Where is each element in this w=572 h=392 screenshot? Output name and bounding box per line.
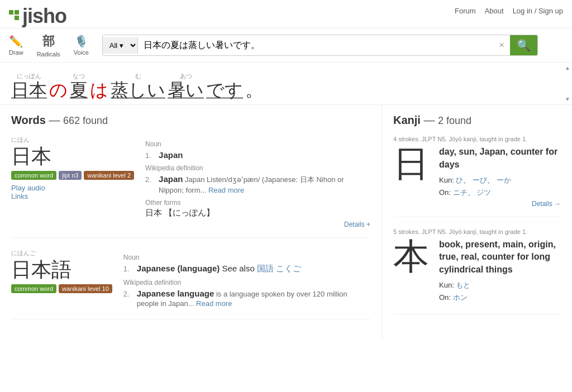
on-reading-link[interactable]: ホン [453,293,468,302]
play-audio-link[interactable]: Play audio [11,184,45,192]
kanji-entry: 5 strokes. JLPT N5. Jōyō kanji, taught i… [393,228,561,314]
links-link[interactable]: Links [11,192,134,200]
kanji-on-reading: On: ホン [439,293,561,303]
logo[interactable]: jisho [22,4,66,28]
sentence-token[interactable]: は [90,71,108,100]
word-tag-common[interactable]: common word [11,284,56,293]
word-furigana: にほんご [11,249,112,257]
draw-button[interactable]: ✏️ Draw [9,35,23,56]
kanji-kun-reading: Kun: もと [439,280,561,290]
def-text: Japan [159,150,183,160]
main-content: Words — 662 found にほん日本common wordjlpt n… [0,105,572,340]
radicals-button[interactable]: 部 Radicals [37,33,60,58]
kanji-on-reading: On: ニチ、 ジツ [439,188,561,198]
kanji-row: 日day, sun, Japan, counter for daysKun: ひ… [393,146,561,208]
token-kanji: 暑い [168,80,204,100]
voice-button[interactable]: 🎙️ Voice [74,35,89,56]
search-type-select[interactable]: All ▾ [103,37,138,54]
sentence-token[interactable]: む蒸しい [111,71,165,100]
sentence-display: にっぽん日本のなつ夏はむ蒸しいあつ暑いです。 [11,71,561,100]
kanji-list: 4 strokes. JLPT N5. Jōyō kanji, taught i… [393,136,561,314]
word-tag-wanikani[interactable]: wanikani level 2 [84,171,134,180]
kanji-title: Kanji [393,114,421,126]
def-number: 2. [145,175,154,184]
logo-area: jisho [9,4,66,28]
definition-item: 1.Japanese (language) See also 国語 こくご [123,264,370,274]
radicals-icon: 部 [42,33,55,50]
sentence-token[interactable]: あつ暑い [168,71,204,100]
word-action-links: Play audioLinks [11,183,134,200]
word-tag-jlpt[interactable]: jlpt n3 [59,171,82,180]
kanji-details-link[interactable]: Details → [439,200,561,208]
word-furigana: にほん [11,136,134,144]
word-details-link[interactable]: Details + [344,221,370,228]
voice-icon: 🎙️ [74,35,88,48]
nav-about[interactable]: About [485,7,504,15]
words-title: Words [11,114,46,126]
scroll-down-arrow[interactable]: ▼ [565,96,570,102]
sentence-token[interactable]: の [49,71,68,100]
search-input[interactable] [138,37,494,54]
search-clear-button[interactable]: × [493,37,509,54]
def-number: 1. [145,151,154,160]
logo-squares [9,10,19,20]
search-button[interactable]: 🔍 [510,35,537,55]
kanji-kun-reading: Kun: ひ、 ーび、 ーか [439,175,561,185]
word-entry-left: にほんご日本語common wordwanikani level 10 [11,249,112,310]
other-forms-value: 日本 【にっぽん】 [145,208,370,218]
kanji-info: day, sun, Japan, counter for daysKun: ひ、… [439,146,561,208]
token-kanji: 。 [245,80,263,100]
words-column: Words — 662 found にほん日本common wordjlpt n… [0,105,382,340]
words-section-header: Words — 662 found [11,114,370,127]
token-furigana: む [135,71,141,80]
kanji-character[interactable]: 日 [393,146,432,181]
kanji-meta: 4 strokes. JLPT N5. Jōyō kanji, taught i… [393,136,561,142]
kanji-found: 2 found [438,115,471,126]
sentence-token[interactable]: です [206,71,243,100]
token-kanji: 夏 [70,80,88,100]
words-dash: — [49,114,63,126]
sentence-token[interactable]: なつ夏 [70,71,88,100]
word-pos: Wikipedia definition [123,279,370,286]
on-reading-link[interactable]: ジツ [476,188,491,197]
kanji-character[interactable]: 本 [393,238,432,274]
word-entry: にほんご日本語common wordwanikani level 10Noun1… [11,249,370,319]
token-furigana: なつ [73,71,85,80]
sentence-token[interactable]: 。 [245,71,263,100]
sentence-token[interactable]: にっぽん日本 [11,71,47,100]
definition-item: 2.Japanese language is a language spoken… [123,289,370,308]
word-pos: Wikipedia definition [145,164,370,172]
nav-links: Forum About Log in / Sign up [455,4,563,15]
header: jisho Forum About Log in / Sign up [0,0,572,28]
word-tag-wanikani[interactable]: wanikani level 10 [59,284,112,293]
kun-reading-link[interactable]: ひ [456,176,463,184]
see-also-link[interactable]: 国語 こくご [257,264,301,273]
kanji-column: Kanji — 2 found 4 strokes. JLPT N5. Jōyō… [382,105,572,340]
sentence-area: にっぽん日本のなつ夏はむ蒸しいあつ暑いです。 ▲ ▼ [0,63,572,105]
kun-reading-link[interactable]: ーび [473,176,487,184]
word-tag-common[interactable]: common word [11,171,56,180]
word-tags: common wordwanikani level 10 [11,284,112,293]
scroll-up-arrow[interactable]: ▲ [565,65,570,71]
def-number: 2. [123,290,132,298]
word-entry: にほん日本common wordjlpt n3wanikani level 2P… [11,136,370,238]
definition-item: 2.Japan Japan Listen/dʒəˈpæn/ (Japanese:… [145,174,370,194]
search-bar: All ▾ × 🔍 [102,35,538,56]
read-more-link[interactable]: Read more [208,186,244,194]
definition-item: 1.Japan [145,150,370,160]
logo-text: jisho [22,4,66,27]
on-reading-link[interactable]: ニチ [453,188,468,197]
kun-reading-link[interactable]: ーか [497,176,511,184]
token-kanji: です [206,80,243,100]
nav-login[interactable]: Log in / Sign up [513,7,563,15]
word-kanji-large[interactable]: 日本 [11,145,134,168]
read-more-link[interactable]: Read more [196,299,232,308]
def-number: 1. [123,265,132,273]
token-kanji: 日本 [11,80,47,100]
kun-reading-link[interactable]: もと [456,281,470,289]
kanji-meta: 5 strokes. JLPT N5. Jōyō kanji, taught i… [393,228,561,235]
voice-label: Voice [74,49,89,56]
word-kanji-large[interactable]: 日本語 [11,259,112,281]
nav-forum[interactable]: Forum [455,7,476,15]
token-kanji: 蒸しい [111,80,165,100]
